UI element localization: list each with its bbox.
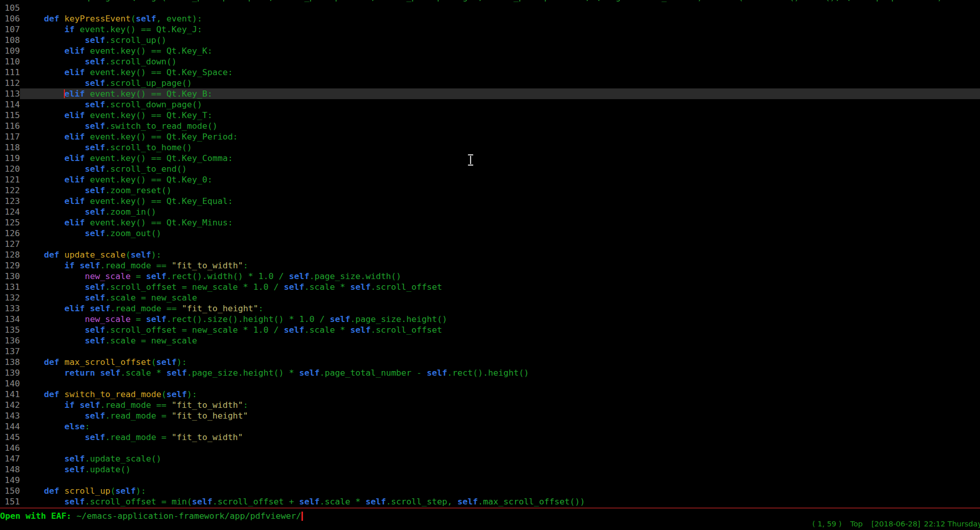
code-line[interactable]: 117 elif event.key() == Qt.Key_Period: [0,131,980,142]
buffer-position: Top [850,520,862,528]
code-buffer[interactable]: 104 qimage = QImage(trans_pixmap.samples… [0,0,980,508]
code-line[interactable]: 115 elif event.key() == Qt.Key_T: [0,110,980,121]
code-line[interactable]: 127 [0,239,980,249]
code-line[interactable]: 136 self.scale = new_scale [0,335,980,346]
code-text: elif event.key() == Qt.Key_Comma: [20,153,980,164]
line-number: 145 [0,432,20,443]
code-text: elif event.key() == Qt.Key_0: [20,174,980,185]
code-line[interactable]: 151 self.scroll_offset = min(self.scroll… [0,496,980,507]
code-text: elif event.key() == Qt.Key_K: [20,45,980,56]
code-line[interactable]: 137 [0,346,980,357]
code-text: self.read_mode = "fit_to_width" [20,432,980,443]
code-line[interactable]: 143 self.read_mode = "fit_to_height" [0,410,980,421]
line-number: 112 [0,78,20,88]
code-line[interactable]: 144 else: [0,421,980,432]
modeline-info: ( 1, 59 )Top[2018-06-28]22:12 Thursday [812,519,980,529]
code-text: def scroll_up(self): [20,486,980,496]
minibuffer-input[interactable]: ~/emacs-application-framework/app/pdfvie… [77,511,301,521]
code-text: self.scroll_down() [20,56,980,67]
line-number: 138 [0,357,20,367]
code-line[interactable]: 109 elif event.key() == Qt.Key_K: [0,45,980,56]
line-number: 136 [0,335,20,346]
code-line[interactable]: 106 def keyPressEvent(self, event): [0,13,980,24]
code-line[interactable]: 121 elif event.key() == Qt.Key_0: [0,174,980,185]
code-text: elif event.key() == Qt.Key_T: [20,110,980,121]
code-line[interactable]: 116 self.switch_to_read_mode() [0,121,980,131]
code-text: self.zoom_out() [20,228,980,239]
code-text: self.scale = new_scale [20,292,980,303]
code-text: self.switch_to_read_mode() [20,121,980,131]
code-line[interactable]: 120 self.scroll_to_end() [0,164,980,174]
code-line[interactable]: 105 [0,3,980,13]
line-number: 119 [0,153,20,164]
code-line[interactable]: 108 self.scroll_up() [0,35,980,45]
code-line[interactable]: 141 def switch_to_read_mode(self): [0,389,980,400]
line-number: 126 [0,228,20,239]
line-number: 133 [0,303,20,314]
code-text: if self.read_mode == "fit_to_width": [20,400,980,410]
code-line[interactable]: 118 self.scroll_to_home() [0,142,980,153]
code-line[interactable]: 112 self.scroll_up_page() [0,78,980,88]
code-line[interactable]: 145 self.read_mode = "fit_to_width" [0,432,980,443]
code-line[interactable]: 107 if event.key() == Qt.Key_J: [0,24,980,35]
code-text [20,475,980,486]
line-number: 130 [0,271,20,282]
minibuffer[interactable]: Open with EAF: ~/emacs-application-frame… [0,511,303,521]
code-line[interactable]: 128 def update_scale(self): [0,249,980,260]
code-text: self.scale = new_scale [20,335,980,346]
code-line[interactable]: 138 def max_scroll_offset(self): [0,357,980,367]
line-number: 125 [0,217,20,228]
code-line[interactable]: 122 self.zoom_reset() [0,185,980,196]
code-text: elif event.key() == Qt.Key_Equal: [20,196,980,206]
code-line[interactable]: 131 self.scroll_offset = new_scale * 1.0… [0,282,980,292]
code-text: else: [20,421,980,432]
code-line[interactable]: 134 new_scale = self.rect().size().heigh… [0,314,980,325]
code-line[interactable]: 111 elif event.key() == Qt.Key_Space: [0,67,980,78]
code-line[interactable]: 142 if self.read_mode == "fit_to_width": [0,400,980,410]
code-line[interactable]: 139 return self.scale * self.page_size.h… [0,367,980,378]
code-line[interactable]: 149 [0,475,980,486]
line-number: 123 [0,196,20,206]
code-line[interactable]: 123 elif event.key() == Qt.Key_Equal: [0,196,980,206]
time: 22:12 Thursday [924,520,980,528]
line-number: 107 [0,24,20,35]
line-number: 134 [0,314,20,325]
text-cursor [64,89,65,98]
line-number: 115 [0,110,20,121]
code-text: elif event.key() == Qt.Key_Minus: [20,217,980,228]
line-number: 150 [0,486,20,496]
line-number: 121 [0,174,20,185]
code-line[interactable]: 110 self.scroll_down() [0,56,980,67]
code-text: self.scroll_offset = new_scale * 1.0 / s… [20,282,980,292]
date: [2018-06-28] [872,520,921,528]
code-line[interactable]: 146 [0,443,980,453]
code-line[interactable]: 129 if self.read_mode == "fit_to_width": [0,260,980,271]
code-line[interactable]: 113 elif event.key() == Qt.Key_B: [0,88,980,99]
line-number: 146 [0,443,20,453]
code-line[interactable]: 147 self.update_scale() [0,453,980,464]
code-text: self.zoom_reset() [20,185,980,196]
code-text: def keyPressEvent(self, event): [20,13,980,24]
code-line[interactable]: 130 new_scale = self.rect().width() * 1.… [0,271,980,282]
code-line[interactable]: 125 elif event.key() == Qt.Key_Minus: [0,217,980,228]
line-number: 114 [0,99,20,110]
code-line[interactable]: 124 self.zoom_in() [0,206,980,217]
code-text: return self.scale * self.page_size.heigh… [20,367,980,378]
line-number: 129 [0,260,20,271]
code-line[interactable]: 148 self.update() [0,464,980,475]
code-line[interactable]: 119 elif event.key() == Qt.Key_Comma: [0,153,980,164]
line-number: 131 [0,282,20,292]
code-line[interactable]: 133 elif self.read_mode == "fit_to_heigh… [0,303,980,314]
line-number: 151 [0,496,20,507]
code-text [20,239,980,249]
code-line[interactable]: 126 self.zoom_out() [0,228,980,239]
code-line[interactable]: 114 self.scroll_down_page() [0,99,980,110]
cursor-position: ( 1, 59 ) [812,520,842,528]
code-line[interactable]: 135 self.scroll_offset = new_scale * 1.0… [0,325,980,335]
line-number: 108 [0,35,20,45]
code-line[interactable]: 140 [0,378,980,389]
code-line[interactable]: 150 def scroll_up(self): [0,486,980,496]
code-line[interactable]: 132 self.scale = new_scale [0,292,980,303]
code-text: self.scroll_to_home() [20,142,980,153]
line-number: 135 [0,325,20,335]
